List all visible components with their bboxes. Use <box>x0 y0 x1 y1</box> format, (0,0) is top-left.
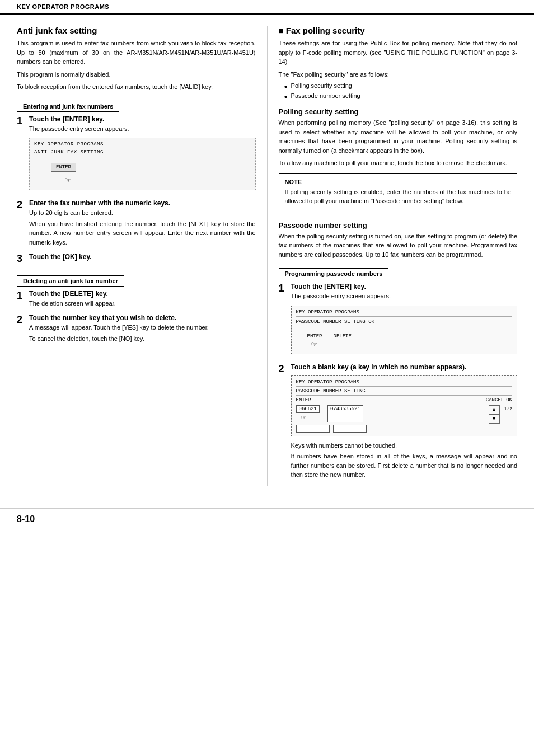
del-step-1-desc: The deletion screen will appear. <box>29 299 256 308</box>
screen-prog2-ok-btn: OK <box>506 397 512 403</box>
prog-step-1-title: Touch the [ENTER] key. <box>291 283 518 290</box>
screen1-line1: KEY OPERATOR PROGRAMS <box>34 142 251 147</box>
passcode-number-title: Passcode number setting <box>279 221 518 229</box>
header-title: KEY OPERATOR PROGRAMS <box>17 3 109 10</box>
screen-prog2-row3: ENTER CANCEL OK <box>296 397 513 403</box>
left-column: Anti junk fax setting This program is us… <box>17 26 268 486</box>
prog-step-2: 2 Touch a blank key (a key in which no n… <box>279 363 518 481</box>
antijunk-intro-3: To block reception from the entered fax … <box>17 82 256 92</box>
prog-step-1-content: Touch the [ENTER] key. The passcode entr… <box>291 283 518 359</box>
scroll-down: ▼ <box>489 415 499 423</box>
right-column: Fax polling security These settings are … <box>268 26 518 486</box>
programming-passcode-label: Programming passcode numbers <box>279 268 389 279</box>
step-1-content: Touch the [ENTER] key. The passcode entr… <box>29 115 256 195</box>
step-1-desc: The passcode entry screen appears. <box>29 124 256 134</box>
fax-polling-section-title: Fax polling security <box>279 26 518 35</box>
screen1-enter-btn: ENTER <box>51 163 76 172</box>
polling-security-title: Polling security setting <box>279 107 518 116</box>
screen-prog2-line2: PASSCODE NUMBER SETTING <box>296 388 513 396</box>
screen-prog2-row1: 066621 ☞ 0743535521 <box>296 405 484 422</box>
screen-prog-2: KEY OPERATOR PROGRAMS PASSCODE NUMBER SE… <box>291 375 518 436</box>
screen1-line2: ANTI JUNK FAX SETTING <box>34 149 251 155</box>
step-2-desc-1: Up to 20 digits can be entered. <box>29 208 256 218</box>
screen-prog-ok-btn: OK <box>368 319 374 325</box>
page-number: 8-10 <box>17 514 35 524</box>
screen1-btn-row: ENTER <box>51 163 251 172</box>
del-step-2-content: Touch the number key that you wish to de… <box>29 314 256 345</box>
note-title: NOTE <box>285 179 512 185</box>
step-1: 1 Touch the [ENTER] key. The passcode en… <box>17 115 256 195</box>
fax-polling-intro-2: The "Fax polling security" are as follow… <box>279 70 518 79</box>
del-step-2-desc-2: To cancel the deletion, touch the [NO] k… <box>29 334 256 344</box>
step-2-content: Enter the fax number with the numeric ke… <box>29 199 256 248</box>
prog-step-1-desc: The passcode entry screen appears. <box>291 292 518 301</box>
del-step-1-title: Touch the [DELETE] key. <box>29 290 256 298</box>
prog-step-1: 1 Touch the [ENTER] key. The passcode en… <box>279 283 518 359</box>
screen-prog-1: KEY OPERATOR PROGRAMS PASSCODE NUMBER SE… <box>291 306 518 354</box>
step-2-desc-2: When you have finished entering the numb… <box>29 219 256 247</box>
prog-step-2-note2: If numbers have been stored in all of th… <box>291 452 518 480</box>
screen-prog2-line1: KEY OPERATOR PROGRAMS <box>296 379 513 387</box>
prog-step-2-number: 2 <box>279 363 291 375</box>
del-step-1-content: Touch the [DELETE] key. The deletion scr… <box>29 290 256 310</box>
bullet-item-2: Passcode number setting <box>284 92 518 101</box>
bullet-item-1: Polling security setting <box>284 82 518 91</box>
page-indicator: 1/2 <box>504 406 512 411</box>
step-1-number: 1 <box>17 115 29 128</box>
screen-prog2-body: 066621 ☞ 0743535521 <box>296 405 513 433</box>
antijunk-section-title: Anti junk fax setting <box>17 26 256 35</box>
screen-prog2-numbers: 066621 ☞ 0743535521 <box>296 405 484 433</box>
step-3-content: Touch the [OK] key. <box>29 253 256 262</box>
screen-prog2-btns: CANCEL OK <box>486 397 512 403</box>
polling-security-desc2: To allow any machine to poll your machin… <box>279 158 518 168</box>
screen-prog-line1: KEY OPERATOR PROGRAMS <box>296 309 359 315</box>
bullet-list: Polling security setting Passcode number… <box>284 82 518 101</box>
screen-prog-delete-btn: DELETE <box>334 334 352 339</box>
passcode-number-desc: When the polling security setting is tur… <box>279 232 518 260</box>
screen-prog-btns: ENTER DELETE <box>307 334 513 339</box>
cursor-hand-1: ☞ <box>65 174 251 186</box>
prog-step-1-number: 1 <box>279 283 291 295</box>
screen-prog-row2: PASSCODE NUMBER SETTING OK <box>296 319 513 325</box>
del-step-1: 1 Touch the [DELETE] key. The deletion s… <box>17 290 256 310</box>
blank-key-2 <box>333 425 367 433</box>
step-3-title: Touch the [OK] key. <box>29 253 256 261</box>
scroll-control: ▲ ▼ <box>489 405 500 424</box>
fax-polling-intro-1: These settings are for using the Public … <box>279 39 518 67</box>
screen-mock-1: KEY OPERATOR PROGRAMS ANTI JUNK FAX SETT… <box>29 138 256 190</box>
cursor-wrap: 066621 ☞ <box>296 405 320 422</box>
prog-step-2-content: Touch a blank key (a key in which no num… <box>291 363 518 481</box>
screen-prog2-num2: 0743535521 <box>327 405 363 422</box>
prog-step-2-note1: Keys with numbers cannot be touched. <box>291 441 518 450</box>
screen-prog2-num1: 066621 <box>296 405 320 413</box>
del-step-2-title: Touch the number key that you wish to de… <box>29 314 256 322</box>
step-3-number: 3 <box>17 253 29 265</box>
screen-prog-line2: PASSCODE NUMBER SETTING <box>296 319 366 325</box>
antijunk-intro-2: This program is normally disabled. <box>17 70 256 79</box>
screen-prog2-enter-label: ENTER <box>296 397 311 403</box>
antijunk-intro-1: This program is used to enter fax number… <box>17 39 256 67</box>
del-step-2-number: 2 <box>17 314 29 326</box>
del-step-2-desc-1: A message will appear. Touch the [YES] k… <box>29 323 256 332</box>
scroll-up: ▲ <box>489 406 499 415</box>
screen-prog-enter-btn: ENTER <box>307 334 322 339</box>
deleting-box-label: Deleting an anti junk fax number <box>17 275 124 287</box>
step-3: 3 Touch the [OK] key. <box>17 253 256 265</box>
step-2: 2 Enter the fax number with the numeric … <box>17 199 256 248</box>
cursor-hand-prog2: ☞ <box>302 413 320 422</box>
screen-prog2-row2-blanks <box>296 425 484 433</box>
step-2-number: 2 <box>17 199 29 212</box>
page-header: KEY OPERATOR PROGRAMS <box>0 0 534 15</box>
note-text: If polling security setting is enabled, … <box>285 187 512 206</box>
cursor-hand-prog1: ☞ <box>312 339 513 350</box>
blank-key-1 <box>296 425 330 433</box>
prog-step-2-title: Touch a blank key (a key in which no num… <box>291 363 518 371</box>
del-step-1-number: 1 <box>17 290 29 302</box>
screen-prog-header: KEY OPERATOR PROGRAMS <box>296 309 513 317</box>
del-step-2: 2 Touch the number key that you wish to … <box>17 314 256 345</box>
step-1-title: Touch the [ENTER] key. <box>29 115 256 123</box>
step-2-title: Enter the fax number with the numeric ke… <box>29 199 256 207</box>
entering-box-label: Entering anti junk fax numbers <box>17 101 119 112</box>
screen-prog2-cancel-btn: CANCEL <box>486 397 504 403</box>
note-box: NOTE If polling security setting is enab… <box>279 173 518 214</box>
